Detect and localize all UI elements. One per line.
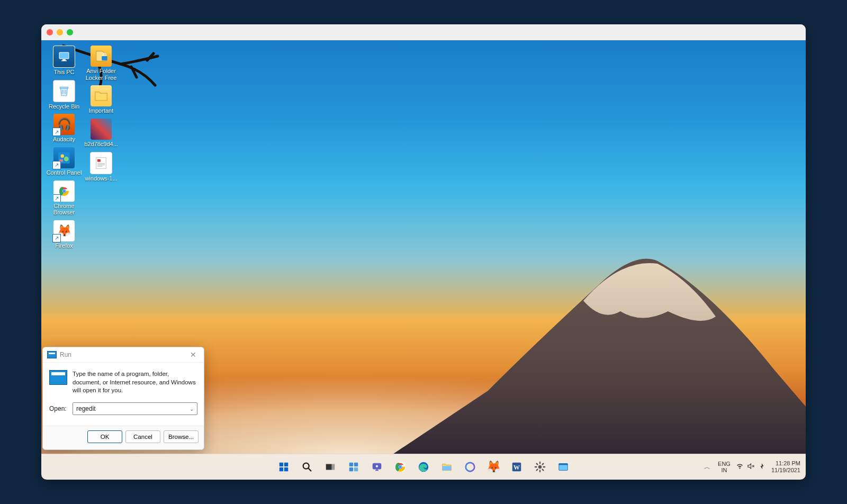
svg-rect-22 xyxy=(349,463,353,466)
language-line1: ENG xyxy=(718,461,731,467)
mac-maximize-icon[interactable] xyxy=(67,29,73,35)
open-input-value: regedit xyxy=(76,405,96,412)
desktop-icon-pc[interactable]: This PC xyxy=(46,46,83,76)
svg-rect-18 xyxy=(284,467,288,471)
taskbar-search[interactable] xyxy=(297,457,317,477)
taskbar-clock[interactable]: 11:28 PM 11/19/2021 xyxy=(771,460,800,473)
svg-point-34 xyxy=(466,463,475,472)
shortcut-overlay-icon: ↗ xyxy=(53,194,61,202)
taskbar-right: ︿ ENG IN 11:28 PM 11/19/2021 xyxy=(702,460,800,473)
pc-icon xyxy=(53,46,75,68)
taskbar-chrome[interactable] xyxy=(390,457,410,477)
wallpaper-mountain xyxy=(393,232,806,454)
svg-point-11 xyxy=(63,190,66,192)
aud-icon: ↗ xyxy=(53,114,75,135)
mac-close-icon[interactable] xyxy=(47,29,53,35)
chevron-down-icon: ⌄ xyxy=(190,406,194,412)
system-tray[interactable] xyxy=(736,462,766,472)
desktop-icon-ff[interactable]: 🦊↗Firefox xyxy=(46,220,83,249)
volume-muted-icon xyxy=(747,462,755,472)
desktop-icon-label: b2d78c9d4... xyxy=(84,141,118,148)
run-dialog: Run ✕ Type the name of a program, folder… xyxy=(42,347,204,450)
host-window: This PCRecycle Bin↗Audacity↗Control Pane… xyxy=(41,24,806,480)
cp-icon: ↗ xyxy=(53,147,75,168)
clock-time: 11:28 PM xyxy=(771,460,800,467)
taskbar-firefox[interactable]: 🦊 xyxy=(483,457,503,477)
thumb-icon xyxy=(91,119,112,140)
anvi-icon xyxy=(91,46,112,67)
svg-point-37 xyxy=(538,465,542,469)
svg-point-5 xyxy=(61,154,65,158)
desktop-icon-thumb[interactable]: b2d78c9d4... xyxy=(83,119,120,148)
desktop-icon-bin[interactable]: Recycle Bin xyxy=(46,80,83,110)
svg-point-6 xyxy=(64,157,69,161)
open-label: Open: xyxy=(49,405,68,412)
taskbar-taskview[interactable] xyxy=(320,457,340,477)
svg-text:W: W xyxy=(513,464,520,471)
mac-titlebar xyxy=(41,24,806,40)
ok-button[interactable]: OK xyxy=(87,430,122,443)
svg-rect-24 xyxy=(349,467,353,471)
taskbar-run-window[interactable] xyxy=(553,457,573,477)
svg-rect-1 xyxy=(62,59,66,60)
run-dialog-icon xyxy=(47,351,57,358)
desktop-icon-label: Important xyxy=(89,107,113,114)
desktop-icon-label: Firefox xyxy=(55,242,73,249)
svg-rect-0 xyxy=(59,52,69,59)
desktop-icon-cp[interactable]: ↗Control Panel xyxy=(46,147,83,176)
svg-rect-13 xyxy=(96,157,106,168)
tray-overflow-button[interactable]: ︿ xyxy=(702,461,713,474)
taskbar-word[interactable]: W xyxy=(507,457,527,477)
desktop-icon-label: windows-1... xyxy=(85,175,117,182)
run-dialog-title: Run xyxy=(60,351,187,358)
open-combobox[interactable]: regedit ⌄ xyxy=(73,402,197,415)
svg-rect-3 xyxy=(60,87,68,88)
svg-rect-23 xyxy=(354,463,358,466)
shortcut-overlay-icon: ↗ xyxy=(52,128,61,136)
browse-button[interactable]: Browse... xyxy=(164,430,199,443)
desktop-icon-chr[interactable]: ↗Chrome Browser xyxy=(46,181,83,216)
close-button[interactable]: ✕ xyxy=(187,349,200,360)
desktop-icon-folder[interactable]: Important xyxy=(83,85,120,114)
taskbar-settings[interactable] xyxy=(530,457,550,477)
run-app-icon xyxy=(49,370,67,385)
svg-point-27 xyxy=(376,465,378,467)
svg-point-31 xyxy=(399,466,402,469)
svg-rect-12 xyxy=(102,56,107,60)
shortcut-overlay-icon: ↗ xyxy=(52,161,61,169)
desktop-icon-label: Recycle Bin xyxy=(49,103,79,110)
svg-rect-21 xyxy=(332,464,335,470)
language-line2: IN xyxy=(718,467,731,473)
taskbar-widgets[interactable] xyxy=(344,457,364,477)
run-dialog-description: Type the name of a program, folder, docu… xyxy=(73,370,197,395)
ff-icon: 🦊↗ xyxy=(53,220,75,241)
wifi-icon xyxy=(736,462,744,472)
taskbar-explorer[interactable] xyxy=(437,457,457,477)
desktop-icon-label: This PC xyxy=(53,69,74,76)
cancel-button[interactable]: Cancel xyxy=(125,430,160,443)
windows-desktop[interactable]: This PCRecycle Bin↗Audacity↗Control Pane… xyxy=(41,40,806,480)
mac-minimize-icon[interactable] xyxy=(57,29,63,35)
clock-date: 11/19/2021 xyxy=(771,467,800,474)
svg-rect-2 xyxy=(61,60,67,61)
language-indicator[interactable]: ENG IN xyxy=(718,461,731,473)
taskbar-chat[interactable] xyxy=(367,457,387,477)
svg-rect-25 xyxy=(354,467,358,471)
run-dialog-titlebar[interactable]: Run ✕ xyxy=(43,347,204,363)
desktop-icon-doc[interactable]: windows-1... xyxy=(83,152,120,182)
desktop-icon-label: Audacity xyxy=(53,136,75,143)
taskbar-center: 🦊W xyxy=(274,457,573,477)
desktop-icons-column-2: Anvi Folder Locker FreeImportantb2d78c9d… xyxy=(83,46,120,186)
taskbar-cortana[interactable] xyxy=(460,457,480,477)
svg-rect-20 xyxy=(326,464,332,470)
taskbar-edge[interactable] xyxy=(413,457,434,477)
svg-rect-17 xyxy=(280,467,283,471)
desktop-icon-aud[interactable]: ↗Audacity xyxy=(46,114,83,143)
desktop-icon-label: Chrome Browser xyxy=(46,203,83,216)
shortcut-overlay-icon: ↗ xyxy=(52,234,61,242)
taskbar-start[interactable] xyxy=(274,457,294,477)
svg-rect-16 xyxy=(284,463,288,466)
desktop-icon-anvi[interactable]: Anvi Folder Locker Free xyxy=(83,46,120,81)
svg-rect-39 xyxy=(559,464,568,465)
desktop-icon-label: Control Panel xyxy=(47,169,82,176)
